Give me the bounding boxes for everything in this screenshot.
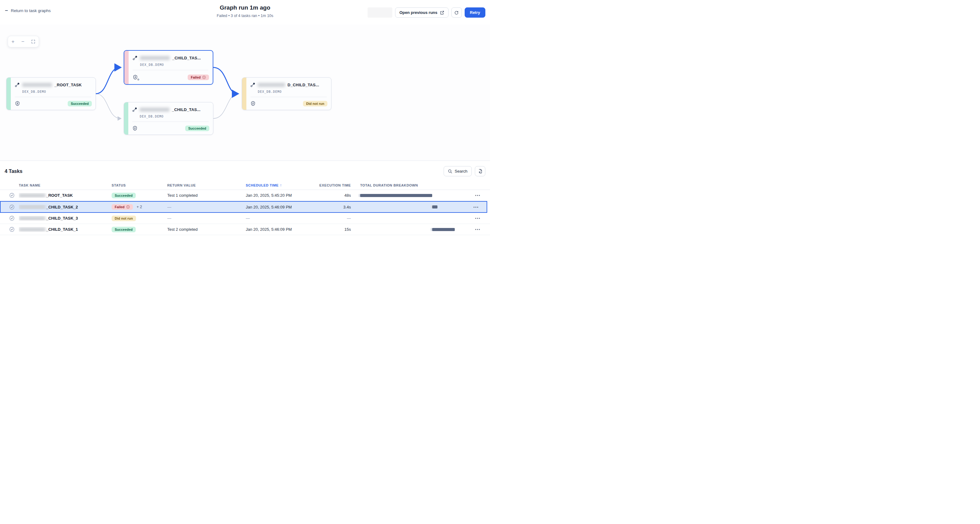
table-header-row: TASK NAME STATUS RETURN VALUE SCHEDULED … — [0, 181, 490, 190]
task-node-icon — [132, 107, 137, 112]
column-execution-time[interactable]: EXECUTION TIME — [314, 183, 351, 187]
open-previous-runs-button[interactable]: Open previous runs — [395, 8, 449, 18]
task-name: _ROOT_TASK — [46, 193, 73, 197]
back-to-task-graphs-link[interactable]: − Return to task graphs — [5, 8, 51, 13]
gear-icon: ⚙ — [137, 78, 139, 81]
search-label: Search — [455, 169, 468, 174]
task-node-icon — [15, 82, 20, 87]
scheduled-time: Jan 20, 2025, 5:45:20 PM — [246, 193, 314, 197]
status-badge: Did not run — [111, 216, 136, 221]
open-previous-runs-label: Open previous runs — [399, 10, 438, 15]
redacted-task-name-prefix — [22, 83, 52, 87]
collapse-icon: − — [5, 8, 8, 13]
shield-bolt-icon — [132, 126, 138, 131]
redacted-header-item — [368, 8, 392, 18]
execution-time: 48s — [314, 193, 351, 197]
task-node-schema: DEX_DB.DEMO — [140, 115, 209, 118]
redacted-task-name-prefix — [19, 205, 45, 209]
task-node-name: _ROOT_TASK — [54, 83, 82, 87]
task-node-name: _CHILD_TAS... — [172, 56, 201, 61]
table-row[interactable]: _CHILD_TASK_1 Succeeded Test 2 completed… — [0, 224, 490, 235]
refresh-button[interactable] — [451, 8, 462, 18]
status-badge: Succeeded — [111, 193, 136, 198]
task-node-icon — [133, 56, 138, 61]
column-duration-breakdown: TOTAL DURATION BREAKDOWN — [351, 183, 465, 187]
refresh-icon — [454, 10, 459, 15]
column-task-name[interactable]: TASK NAME — [19, 183, 111, 187]
status-badge: Did not run — [303, 101, 328, 107]
status-badge: Succeeded — [68, 101, 92, 107]
duration-breakdown-track — [360, 224, 465, 235]
task-node-icon — [250, 82, 255, 87]
scheduled-time: Jan 20, 2025, 5:46:09 PM — [246, 205, 314, 209]
export-results-button[interactable] — [475, 166, 485, 176]
task-name: _CHILD_TASK_2 — [46, 205, 78, 209]
column-status[interactable]: STATUS — [111, 183, 167, 187]
status-badge: Succeeded — [185, 126, 209, 131]
additional-statuses-count: + 2 — [137, 205, 142, 209]
export-file-icon — [478, 169, 482, 174]
search-button[interactable]: Search — [444, 166, 472, 176]
node-status-stripe — [124, 51, 129, 84]
scheduled-time: — — [246, 216, 314, 221]
row-menu-button[interactable]: ⋯ — [475, 227, 480, 232]
table-row[interactable]: _CHILD_TASK_3 Did not run — — — ⋯ — [0, 213, 490, 224]
execution-time: 3.4s — [314, 205, 351, 209]
row-menu-button[interactable]: ⋯ — [475, 216, 480, 221]
task-node-child-1[interactable]: _CHILD_TAS... DEX_DB.DEMO Succeeded — [124, 102, 213, 135]
retry-button[interactable]: Retry — [465, 8, 485, 18]
task-graph-run-page: − Return to task graphs Graph run 1m ago… — [0, 0, 490, 262]
redacted-task-name-prefix — [258, 83, 285, 87]
duration-breakdown-track — [360, 202, 465, 212]
sort-ascending-icon: ↑ — [280, 183, 282, 188]
row-menu-button[interactable]: ⋯ — [475, 193, 480, 198]
info-icon — [202, 75, 206, 79]
task-node-schema: DEX_DB.DEMO — [140, 63, 208, 67]
status-badge: Succeeded — [111, 227, 136, 232]
redacted-task-name-prefix — [140, 56, 170, 60]
duration-bar — [432, 205, 438, 209]
redacted-task-name-prefix — [19, 216, 45, 221]
execution-time: 15s — [314, 227, 351, 232]
duration-breakdown-track — [360, 213, 465, 224]
node-status-stripe — [6, 78, 11, 110]
shield-bolt-icon — [250, 101, 256, 106]
task-node-schema: DEX_DB.DEMO — [258, 90, 327, 93]
task-node-schema: DEX_DB.DEMO — [22, 90, 91, 93]
column-scheduled-time[interactable]: SCHEDULED TIME↑ — [246, 183, 314, 188]
table-row-selected[interactable]: _CHILD_TASK_2 Failed + 2 — Jan 20, 2025,… — [0, 201, 487, 213]
back-link-label: Return to task graphs — [11, 8, 51, 13]
tasks-panel: 4 Tasks Search TASK NAME — [0, 161, 490, 235]
shield-bolt-icon — [15, 101, 20, 106]
check-circle-icon — [9, 216, 14, 221]
check-circle-icon — [9, 227, 14, 232]
status-badge-label: Succeeded — [188, 126, 206, 130]
search-icon — [448, 169, 452, 174]
return-value: Test 1 completed — [167, 193, 246, 197]
check-circle-icon — [9, 193, 14, 198]
tasks-panel-title: 4 Tasks — [5, 169, 22, 174]
row-menu-button[interactable]: ⋯ — [473, 204, 479, 210]
task-node-name: _CHILD_TAS... — [172, 107, 200, 112]
task-node-name: D_CHILD_TAS... — [288, 83, 319, 87]
page-header: − Return to task graphs Graph run 1m ago… — [0, 0, 490, 25]
status-badge-label: Failed — [191, 75, 200, 79]
redacted-task-name-prefix — [140, 108, 169, 111]
table-row[interactable]: _ROOT_TASK Succeeded Test 1 completed Ja… — [0, 190, 490, 201]
column-return-value[interactable]: RETURN VALUE — [167, 183, 246, 187]
return-value: — — [167, 216, 246, 221]
redacted-task-name-prefix — [19, 227, 45, 232]
task-node-root[interactable]: _ROOT_TASK DEX_DB.DEMO Succeeded — [6, 77, 96, 110]
status-badge-label: Succeeded — [71, 102, 89, 105]
status-badge: Failed — [111, 204, 133, 210]
duration-bar — [360, 194, 432, 197]
column-scheduled-time-label: SCHEDULED TIME — [246, 183, 278, 187]
info-icon — [126, 205, 130, 209]
status-badge-label: Did not run — [306, 102, 324, 105]
task-node-child-2[interactable]: _CHILD_TAS... DEX_DB.DEMO ⚙ Failed — [124, 50, 213, 85]
return-value: — — [167, 205, 246, 209]
status-badge: Failed — [188, 75, 209, 80]
task-node-child-3[interactable]: D_CHILD_TAS... DEX_DB.DEMO Did not run — [242, 77, 331, 110]
node-status-stripe — [124, 102, 128, 135]
graph-canvas[interactable]: + − — [0, 25, 490, 161]
